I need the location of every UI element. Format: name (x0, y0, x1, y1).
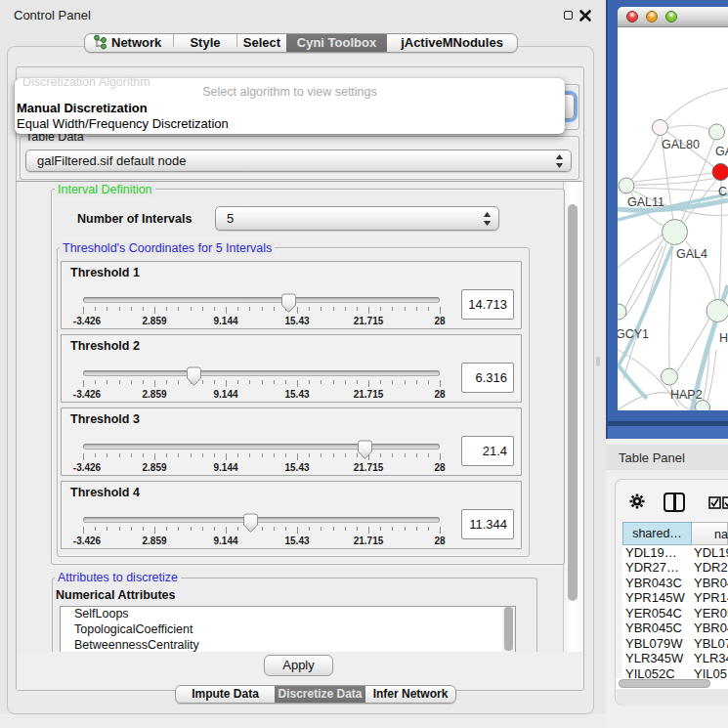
svg-text:GCY1: GCY1 (618, 327, 649, 341)
svg-text:C: C (718, 185, 727, 198)
svg-text:HAP2: HAP2 (670, 388, 703, 402)
svg-text:GAL4: GAL4 (676, 247, 707, 261)
svg-text:GAL80: GAL80 (662, 138, 700, 151)
svg-text:GAL11: GAL11 (627, 195, 664, 209)
svg-text:GA: GA (715, 145, 728, 158)
svg-text:H: H (719, 331, 728, 345)
